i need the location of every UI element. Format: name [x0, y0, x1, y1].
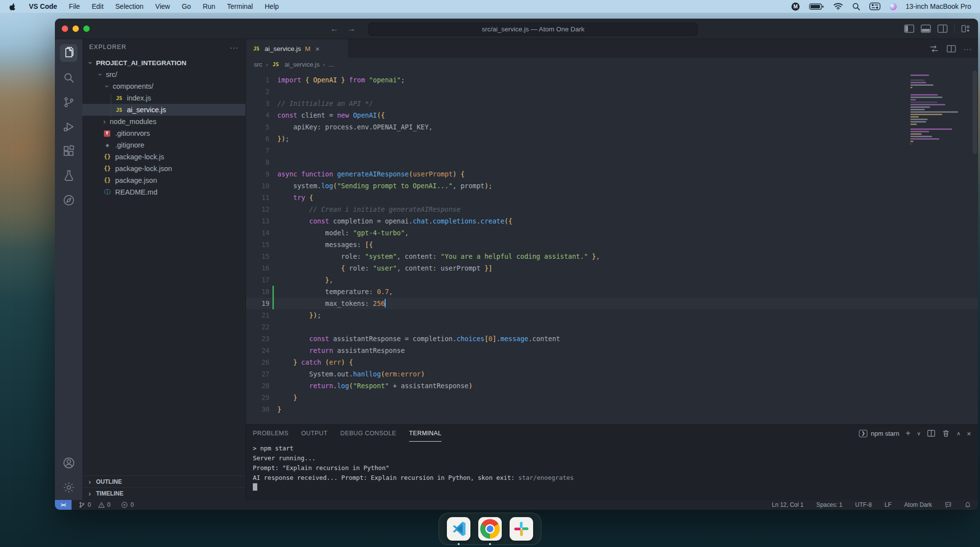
status-item-4[interactable]: Atom Dark [904, 501, 932, 508]
code-line-30[interactable]: 30} [246, 403, 978, 415]
code-line-15[interactable]: 15 role: "system", content: "You are a h… [246, 250, 978, 262]
close-tab-icon[interactable]: × [316, 45, 320, 53]
activity-extensions-icon[interactable] [60, 142, 77, 160]
warnings-status[interactable]: 0 [98, 501, 111, 508]
tree-item-package-lock-js[interactable]: {}package-lock.js [82, 151, 245, 163]
activity-search-icon[interactable] [60, 69, 77, 86]
section-timeline[interactable]: ›TIMELINE [82, 487, 245, 499]
code-line-16[interactable]: 16 { role: "user", content: userPrompt }… [246, 262, 978, 274]
code-line-27[interactable]: 27 System.out.hanllog(erm:error) [246, 368, 978, 380]
code-line-15[interactable]: 15 messages: [{ [246, 239, 978, 250]
toggle-panel-icon[interactable] [921, 25, 931, 33]
editor-more-actions-icon[interactable]: ··· [963, 45, 972, 53]
terminal-dropdown-icon[interactable]: ∨ [917, 430, 921, 437]
menu-item-run[interactable]: Run [203, 2, 216, 10]
minimap[interactable] [910, 75, 970, 146]
breadcrumb[interactable]: src › JS ai_service.js › ... [246, 58, 978, 71]
code-line-18[interactable]: 18 temperature: 0.7, [246, 286, 978, 298]
code-line-26[interactable]: 26 } catch (err) { [246, 356, 978, 368]
menu-item-selection[interactable]: Selection [115, 2, 144, 10]
tree-item-readme-md[interactable]: ⓘREADME.md [82, 186, 245, 198]
explorer-more-actions-icon[interactable]: ··· [230, 43, 239, 51]
compare-changes-icon[interactable] [929, 45, 939, 53]
code-line-9[interactable]: 9async function generateAIResponse(userP… [246, 168, 978, 180]
kill-terminal-icon[interactable] [942, 429, 950, 437]
m-logo-icon[interactable]: M [791, 2, 800, 11]
siri-icon[interactable] [889, 3, 897, 10]
panel-tab-debug-console[interactable]: DEBUG CONSOLE [340, 425, 396, 442]
title-bar[interactable]: ← → src/ai_service.js — Atom One Dark [55, 19, 978, 39]
code-line-7[interactable]: 7 [246, 145, 978, 156]
menu-item-terminal[interactable]: Terminal [227, 2, 253, 10]
maximize-panel-icon[interactable]: ∧ [956, 430, 960, 437]
status-item-3[interactable]: LF [884, 501, 891, 508]
code-line-5[interactable]: 5 apiKey: process.env.OPENAI_API_KEY, [246, 121, 978, 133]
notifications-bell-icon[interactable] [964, 501, 971, 508]
code-line-10[interactable]: 10 system.log("Sending prompt to OpenAI.… [246, 180, 978, 192]
history-forward-icon[interactable]: → [347, 24, 356, 34]
close-window-button[interactable] [62, 25, 68, 32]
menu-item-edit[interactable]: Edit [92, 2, 103, 10]
tree-item-node-modules[interactable]: ›node_modules [82, 116, 245, 127]
code-line-19[interactable]: 19 max_tokens: 256 [246, 298, 978, 309]
dock-vscode-icon[interactable] [447, 517, 470, 541]
feedback-icon[interactable] [945, 501, 952, 508]
code-line-14[interactable]: 14 model: "gpt-4-turbo", [246, 227, 978, 239]
code-line-28[interactable]: 28 return.log("Respont" + assistantRespo… [246, 380, 978, 392]
code-line-1[interactable]: 1import { OpenAI } from "openai"; [246, 74, 978, 86]
history-back-icon[interactable]: ← [330, 24, 339, 34]
code-line-2[interactable]: 2 [246, 86, 978, 98]
activity-source-control-icon[interactable] [60, 93, 77, 111]
battery-icon[interactable] [809, 3, 824, 10]
activity-testing-icon[interactable] [60, 167, 77, 184]
activity-settings-gear-icon[interactable] [60, 478, 77, 496]
split-editor-icon[interactable] [946, 45, 956, 53]
code-line-3[interactable]: 3// Inittialize an API */ [246, 98, 978, 109]
code-line-29[interactable]: 29 } [246, 392, 978, 403]
zoom-window-button[interactable] [83, 25, 90, 32]
tree-item-package-json[interactable]: {}package.json [82, 174, 245, 186]
code-line-13[interactable]: 13 const completion = openai.chat.comple… [246, 215, 978, 227]
status-item-1[interactable]: Spaces: 1 [816, 501, 842, 508]
customize-layout-icon[interactable] [961, 25, 971, 33]
panel-tab-problems[interactable]: PROBLEMS [253, 425, 289, 442]
tree-item-components-[interactable]: ›components/ [82, 80, 245, 92]
code-line-23[interactable]: 23 const assistantResponse = completion.… [246, 333, 978, 345]
toggle-sidebar-icon[interactable] [904, 25, 914, 33]
toggle-secondary-sidebar-icon[interactable] [937, 25, 948, 33]
tree-item--gitignore[interactable]: ◈.gitignore [82, 139, 245, 151]
editor-scrollbar[interactable] [973, 71, 977, 154]
wifi-icon[interactable] [833, 2, 843, 10]
menu-item-view[interactable]: View [155, 2, 170, 10]
activity-account-icon[interactable] [60, 454, 77, 472]
breadcrumb-symbol[interactable]: ... [329, 61, 334, 68]
code-line-17[interactable]: 17 }, [246, 274, 978, 286]
activity-run-debug-icon[interactable] [60, 118, 77, 135]
terminal-output[interactable]: > npm startServer running...Prompt: "Exp… [246, 442, 978, 500]
terminal-profile[interactable]: ❯ npm starn [859, 430, 899, 437]
tree-item-ai-service-js[interactable]: JSai_service.js [82, 104, 245, 116]
tree-item-project-ai-integration[interactable]: ›PROJECT_AI_INTEGRATION [82, 57, 245, 69]
code-line-21[interactable]: 21 }); [246, 309, 978, 321]
errors-status[interactable]: 0 [121, 501, 134, 508]
menu-item-help[interactable]: Help [265, 2, 279, 10]
section-outline[interactable]: ›OUTLINE [82, 475, 245, 487]
branch-status[interactable]: 0 [78, 501, 91, 508]
spotlight-icon[interactable] [852, 2, 860, 11]
activity-compass-icon[interactable] [60, 191, 77, 209]
code-editor[interactable]: 1import { OpenAI } from "openai";23// In… [246, 71, 978, 424]
tab-ai-service[interactable]: JS ai_service.js M × [246, 39, 348, 58]
code-line-12[interactable]: 12 // Crean i initiate generateAIRespons… [246, 203, 978, 215]
tree-item-package-lock-json[interactable]: {}package-lock.json [82, 163, 245, 174]
status-item-2[interactable]: UTF-8 [855, 501, 872, 508]
status-item-0[interactable]: Ln 12, Col 1 [772, 501, 804, 508]
menu-item-go[interactable]: Go [182, 2, 191, 10]
code-line-8[interactable]: 8 [246, 156, 978, 168]
close-panel-icon[interactable]: × [967, 429, 971, 438]
panel-tab-output[interactable]: OUTPUT [301, 425, 328, 442]
control-center-icon[interactable] [869, 2, 881, 10]
code-line-22[interactable]: 22 [246, 321, 978, 333]
panel-tab-terminal[interactable]: TERMINAL [409, 425, 441, 442]
breadcrumb-folder[interactable]: src [254, 61, 262, 68]
apple-icon[interactable] [9, 2, 16, 11]
